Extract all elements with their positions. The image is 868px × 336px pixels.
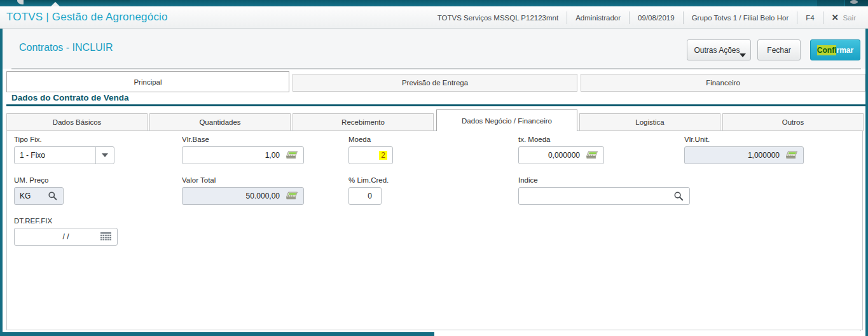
valor-total-value: 50.000,00 xyxy=(246,192,280,200)
tab-principal[interactable]: Principal xyxy=(6,71,289,92)
title-divider xyxy=(11,68,861,69)
calculator-icon[interactable] xyxy=(586,151,598,160)
dt-ref-fix-input[interactable]: / / xyxy=(14,228,118,246)
tab-pointer-icon xyxy=(51,2,60,6)
subtab-outros[interactable]: Outros xyxy=(722,113,864,131)
tipo-fix-dropdown-button[interactable] xyxy=(95,147,114,164)
field-dt-ref-fix: DT.REF.FIX / / xyxy=(14,217,118,246)
header-shortcut-f4[interactable]: F4 xyxy=(797,11,822,24)
browser-right-button-icon xyxy=(850,0,858,4)
exit-button[interactable]: ✕ Sair xyxy=(823,11,864,24)
um-preco-input[interactable]: KG xyxy=(14,187,64,205)
field-vlr-unit: Vlr.Unit. 1,000000 xyxy=(684,136,804,164)
section-underline xyxy=(6,104,865,106)
tab-financeiro[interactable]: Financeiro xyxy=(581,74,865,92)
main-tab-strip: Principal Previsão de Entrega Financeiro xyxy=(6,71,865,92)
close-icon[interactable]: ✕ xyxy=(832,13,839,22)
tab-previsao-entrega[interactable]: Previsão de Entrega xyxy=(293,74,577,92)
other-actions-label: Outras Ações xyxy=(694,46,740,55)
section-title: Dados do Contrato de Venda xyxy=(11,93,129,102)
moeda-input[interactable]: 2 xyxy=(348,146,393,164)
lim-cred-label: % Lim.Cred. xyxy=(348,176,382,185)
page-bottom-bar xyxy=(0,332,434,336)
confirm-button[interactable]: Confirmar xyxy=(810,39,860,60)
subtab-quantidades[interactable]: Quantidades xyxy=(149,113,291,131)
dt-ref-fix-value: / / xyxy=(20,232,100,241)
tipo-fix-value: 1 - Fixo xyxy=(20,151,45,160)
calculator-icon[interactable] xyxy=(286,192,298,200)
app-window: TOTVS | Gestão de Agronegócio TOTVS Serv… xyxy=(0,0,868,336)
chevron-down-icon xyxy=(102,153,108,157)
app-title: TOTVS | Gestão de Agronegócio xyxy=(6,11,168,24)
field-vlr-base: Vlr.Base 1,00 xyxy=(182,136,304,164)
close-button[interactable]: Fechar xyxy=(757,39,801,60)
tipo-fix-select[interactable]: 1 - Fixo xyxy=(14,146,114,164)
tx-moeda-label: tx. Moeda xyxy=(518,136,604,144)
confirm-label-rest: rmar xyxy=(836,46,853,55)
header-bar: TOTVS | Gestão de Agronegócio TOTVS Serv… xyxy=(0,6,868,29)
um-preco-value: KG xyxy=(20,192,31,200)
vlr-unit-value: 1,000000 xyxy=(748,151,780,160)
lim-cred-input[interactable]: 0 xyxy=(348,187,382,205)
field-lim-cred: % Lim.Cred. 0 xyxy=(348,176,382,205)
indice-input[interactable] xyxy=(518,187,690,205)
field-tx-moeda: tx. Moeda 0,000000 xyxy=(518,136,604,164)
search-icon[interactable] xyxy=(48,191,58,201)
browser-tab-segment xyxy=(24,0,130,6)
dropdown-arrow-icon xyxy=(740,53,746,57)
header-date: 09/08/2019 xyxy=(629,11,683,24)
page-title: Contratos - INCLUIR xyxy=(19,42,113,53)
vlr-base-value: 1,00 xyxy=(265,151,280,160)
vlr-unit-label: Vlr.Unit. xyxy=(684,136,804,144)
field-indice: Indice xyxy=(518,176,690,205)
field-um-preco: UM. Preço KG xyxy=(14,176,64,205)
valor-total-label: Valor Total xyxy=(182,176,304,185)
search-icon[interactable] xyxy=(673,191,684,202)
moeda-value-highlighted: 2 xyxy=(379,151,387,160)
dt-ref-fix-label: DT.REF.FIX xyxy=(14,217,118,226)
header-server: TOTVS Serviços MSSQL P12123mnt xyxy=(429,11,567,24)
subtab-recebimento[interactable]: Recebimento xyxy=(293,113,434,131)
tipo-fix-label: Tipo Fix. xyxy=(14,136,114,144)
subtab-dados-basicos[interactable]: Dados Básicos xyxy=(6,113,148,131)
tx-moeda-input[interactable]: 0,000000 xyxy=(518,146,604,164)
calendar-icon[interactable] xyxy=(100,232,112,241)
header-company-branch[interactable]: Grupo Totvs 1 / Filial Belo Hor xyxy=(683,11,797,24)
field-tipo-fix: Tipo Fix. 1 - Fixo xyxy=(14,136,114,164)
field-valor-total: Valor Total 50.000,00 xyxy=(182,176,304,205)
browser-strip xyxy=(0,0,868,6)
subtab-logistica[interactable]: Logistica xyxy=(579,113,720,131)
page-right-border xyxy=(865,29,868,336)
vlr-base-input[interactable]: 1,00 xyxy=(182,146,304,164)
exit-label: Sair xyxy=(843,14,856,22)
header-status-area: TOTVS Serviços MSSQL P12123mnt Administr… xyxy=(429,6,864,29)
calculator-icon[interactable] xyxy=(785,151,798,160)
browser-right-segment xyxy=(817,0,844,6)
confirm-label-highlight: Confi xyxy=(817,45,837,55)
lim-cred-value: 0 xyxy=(368,192,372,200)
um-preco-label: UM. Preço xyxy=(14,176,64,185)
tx-moeda-value: 0,000000 xyxy=(548,151,580,160)
vlr-base-label: Vlr.Base xyxy=(182,136,304,144)
other-actions-button[interactable]: Outras Ações xyxy=(687,39,751,60)
moeda-label: Moeda xyxy=(348,136,393,144)
header-user: Administrador xyxy=(567,11,629,24)
calculator-icon[interactable] xyxy=(286,151,298,160)
field-moeda: Moeda 2 xyxy=(348,136,393,164)
valor-total-input[interactable]: 50.000,00 xyxy=(182,187,304,205)
indice-label: Indice xyxy=(518,176,690,185)
sub-tab-strip: Dados Básicos Quantidades Recebimento Da… xyxy=(6,109,865,131)
vlr-unit-input[interactable]: 1,000000 xyxy=(684,146,804,164)
subtab-dados-negocio-financeiro[interactable]: Dados Negócio / Financeiro xyxy=(436,109,577,131)
page-left-border xyxy=(0,29,3,336)
